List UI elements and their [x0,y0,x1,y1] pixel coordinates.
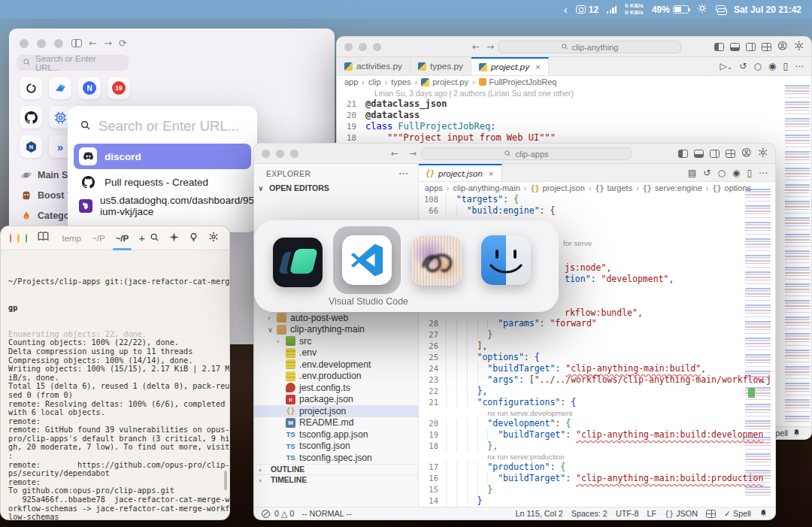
tree-item-tsconfig-json[interactable]: TStsconfig.json [254,441,418,453]
zoom-button[interactable] [290,150,298,158]
vscode-app-icon[interactable] [342,235,392,285]
bookmarks-icon[interactable] [38,231,49,245]
pinned-app-bird-app[interactable] [49,77,71,99]
toggle-sidebar-icon[interactable] [678,150,688,158]
tree-item--env[interactable]: .env [254,347,418,359]
palette-result-github[interactable]: Pull requests - Created [74,171,251,193]
pinned-app-hex-app[interactable]: N [20,135,42,158]
pinned-app-swirl-app[interactable] [20,77,42,99]
tree-item-clip-anything-main[interactable]: ∨clip-anything-main [254,324,418,336]
code-line[interactable]: 25"options": { [419,352,775,363]
command-palette[interactable]: Search or Enter URL... discordPull reque… [68,106,257,232]
close-button[interactable] [344,43,353,51]
breadcrumb-serve-engine[interactable]: {}serve:engine [643,183,702,192]
breadcrumb-app[interactable]: app [344,77,358,86]
screen-capture-menu-item[interactable]: 12 [576,5,598,15]
palette-result-datadog[interactable]: us5.datadoghq.com/dashboard/95j-ium-vkj/… [74,195,251,217]
terminal-content[interactable]: ~/Projects/clip-apps git:(jace-refactor-… [1,250,229,519]
browser-search-field[interactable]: Search or Enter URL... [17,55,129,71]
cursor-position-status[interactable]: Ln 115, Col 2 [515,509,562,518]
vs1-minimap[interactable] [785,85,810,422]
indentation-status[interactable]: Spaces: 2 [571,509,607,518]
sidebar-toggle-icon[interactable] [71,39,82,47]
tree-item--env-production[interactable]: .env.production [254,371,418,383]
code-line[interactable]: 28"params": "forward" [419,318,775,329]
menu-bar-clock[interactable]: Sat Jul 20 21:42 [734,5,801,15]
pinned-app-badge-app[interactable]: 19 [108,77,130,99]
vs2-explorer-panel[interactable]: EXPLORER ··· ∨ OPEN EDITORS ›audio-descr… [254,164,418,507]
palette-search-field[interactable]: Search or Enter URL... [68,106,257,142]
circle-icon[interactable]: ○ [753,61,761,71]
code-line[interactable]: 15} [419,484,775,495]
go-live-icon[interactable]: ◉ [732,168,740,178]
outline-section[interactable]: ›OUTLINE [254,464,418,474]
code-line[interactable]: 108"targets": { [419,194,775,205]
split-editor-icon[interactable]: ▯ [783,61,788,71]
code-line[interactable]: 19"buildTarget": "clip-anything-main:bui… [419,429,775,441]
vs1-command-center[interactable]: clip-anything [498,41,681,53]
toggle-secondary-sidebar-icon[interactable] [710,150,720,158]
more-actions-icon[interactable]: ⋯ [795,61,804,71]
code-line[interactable]: 14} [419,495,775,507]
back-icon[interactable]: ← [472,41,480,52]
toggle-secondary-sidebar-icon[interactable] [746,43,756,51]
vs2-command-center[interactable]: clip-apps [421,147,632,160]
vs2-minimap[interactable] [745,189,771,498]
code-line[interactable]: 66"build:engine": { [419,205,775,217]
code-line[interactable]: 22}, [419,386,775,397]
code-line[interactable]: 18 """Project input from Web UI""" [337,132,811,144]
more-actions-icon[interactable]: ⋯ [759,168,768,178]
ai-sparkle-icon[interactable] [169,232,179,245]
code-line[interactable]: 19class FullProjectJobReq: [337,121,811,132]
toggle-sidebar-icon[interactable] [714,43,724,51]
breadcrumb-apps[interactable]: apps [425,183,443,192]
codelens[interactable]: nx run serve:development [419,408,775,418]
editor-layout-icon[interactable] [706,510,716,518]
breadcrumb-clip-anything-main[interactable]: clip-anything-main [453,183,520,192]
open-changes-icon[interactable]: ↺ [703,168,710,178]
code-line[interactable]: 24"buildTarget": "clip-anything-main:bui… [419,363,775,374]
run-python-icon[interactable]: ▷⌄ [720,61,733,71]
breadcrumb-types[interactable]: types [391,77,411,86]
palette-result-discord[interactable]: discord [74,144,251,169]
split-editor-icon[interactable]: ▯ [747,168,752,178]
tree-item-tsconfig-spec-json[interactable]: TStsconfig.spec.json [254,452,418,464]
zoom-button[interactable] [54,39,63,48]
open-changes-icon[interactable]: ↺ [739,61,747,71]
minimize-button[interactable] [37,39,46,48]
stats-bars-icon[interactable] [607,6,617,14]
forward-icon[interactable]: → [486,41,494,52]
chevron-down-icon[interactable]: ∨ [258,184,267,192]
reload-icon[interactable]: ⟳ [119,38,127,48]
terminal-tab-0[interactable]: temp [56,226,86,250]
settings-gear-icon[interactable] [208,232,219,245]
tab-project-py[interactable]: project.py× [471,57,549,75]
breadcrumb-clip[interactable]: clip [368,77,381,86]
settings-gear-icon[interactable] [794,41,804,54]
forward-icon[interactable]: → [104,38,112,48]
code-line[interactable]: 20"development": { [419,418,775,429]
tree-item-project-json[interactable]: {}project.json [254,405,418,417]
problems-status[interactable]: 0 △ 0 [262,509,294,519]
encoding-status[interactable]: UTF-8 [616,509,639,518]
terminal-tab-2[interactable]: ~/P [111,226,135,250]
breadcrumb-project-json[interactable]: {}project.json [530,183,584,192]
warp-app-icon[interactable] [273,238,323,287]
search-icon[interactable] [150,232,159,245]
network-speed-status[interactable]: 0 KB/s 0 KB/s [625,3,644,16]
back-icon[interactable]: ← [89,38,97,48]
terminal-tab-1[interactable]: ~/P [86,226,111,250]
pinned-app-github[interactable] [20,106,42,129]
close-button[interactable] [20,39,29,48]
zoom-button[interactable] [373,43,381,51]
scrollbar-thumb[interactable] [224,471,227,490]
tab-project-json[interactable]: {} project.json × [418,164,502,181]
minimize-button[interactable] [276,150,284,158]
notebook-icon[interactable]: ▤ [688,168,696,178]
account-icon[interactable] [741,147,752,161]
terminal-window[interactable]: temp~/P~/P + ~/Projects/clip-apps git:(j… [0,226,230,520]
pinned-app-letter-n-app[interactable]: N [78,77,101,99]
finder-app-icon[interactable] [481,235,531,285]
settings-gear-icon[interactable] [758,147,768,161]
battery-menu-item[interactable]: 49% [652,5,689,15]
